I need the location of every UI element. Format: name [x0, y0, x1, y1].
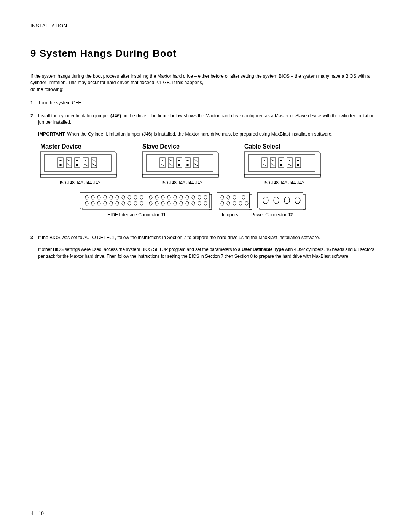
step-3-sub: If other BIOS settings were used, access… [38, 246, 381, 260]
fig-label-jumpers: Jumpers [221, 212, 238, 217]
fig-label-slave: Slave Device [142, 143, 180, 150]
document-page: INSTALLATION 9 System Hangs During Boot … [0, 0, 411, 532]
step-3: 3 If the BIOS was set to AUTO DETECT, fo… [30, 235, 381, 260]
fig-label-power: Power Connector J2 [251, 212, 293, 217]
step3-sub-bold: User Definable Type [242, 247, 284, 252]
fig-label-master: Master Device [40, 143, 81, 150]
important-note: IMPORTANT: When the Cylinder Limitation … [38, 131, 381, 137]
section-heading-text: System Hangs During Boot [40, 48, 177, 59]
fig-jlabels-slave: J50 J48 J46 J44 J42 [161, 180, 202, 185]
section-title: 9 System Hangs During Boot [30, 48, 381, 59]
step-text: Turn the system OFF. [38, 100, 82, 105]
important-label: IMPORTANT: [38, 131, 66, 137]
step-number: 3 [30, 235, 33, 241]
important-text: When the Cylinder Limitation jumper (J46… [66, 131, 333, 137]
page-number: 4 – 10 [30, 511, 44, 517]
steps-list: 1 Turn the system OFF. 2 Install the cyl… [30, 100, 381, 260]
intro-text-2: do the following: [30, 87, 64, 92]
jumper-svg: Master Device Slave Device Cable Select [38, 143, 342, 223]
fig-label-cable: Cable Select [244, 143, 281, 150]
intro-text-1: If the system hangs during the boot proc… [30, 73, 370, 85]
jumper-figure: Master Device Slave Device Cable Select [38, 143, 381, 223]
step-text: If the BIOS was set to AUTO DETECT, foll… [38, 235, 320, 240]
fig-label-eide: EIDE Interface Connector J1 [107, 212, 166, 217]
page-header: INSTALLATION [30, 23, 381, 29]
intro-paragraph: If the system hangs during the boot proc… [30, 73, 381, 93]
fig-jlabels-master: J50 J48 J46 J44 J42 [59, 180, 100, 185]
step-2: 2 Install the cylinder limitation jumper… [30, 113, 381, 223]
section-number: 9 [30, 48, 36, 59]
step3-sub-before: If other BIOS settings were used, access… [38, 247, 242, 252]
step-1: 1 Turn the system OFF. [30, 100, 381, 106]
step-number: 1 [30, 100, 33, 106]
step-number: 2 [30, 113, 33, 119]
step-text-before: Install the cylinder limitation jumper [38, 113, 110, 118]
fig-jlabels-cable: J50 J48 J46 J44 J42 [263, 180, 304, 185]
step-text-bold: (J46) [110, 113, 121, 118]
